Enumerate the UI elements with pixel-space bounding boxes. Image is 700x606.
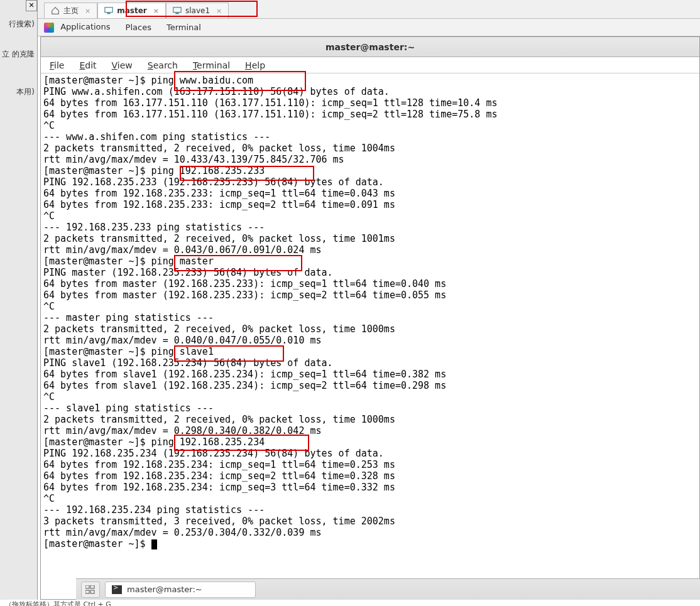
svg-rect-2 [173,8,181,13]
applications-icon [44,23,54,33]
menu-edit[interactable]: Edit [79,60,96,70]
left-sidebar-cropped: ✕ 行搜索) 立 的克隆 本用) [0,0,38,603]
menu-applications-label: Applications [60,22,110,31]
taskbar-terminal-entry[interactable]: master@master:~ [105,582,256,598]
tab-slave1[interactable]: slave1 × [166,3,229,18]
tab-master[interactable]: master × [97,3,166,18]
monitor-icon [173,6,182,15]
status-strip: （拖放标签移）其方式是 Ctrl + G [0,600,700,606]
menu-places[interactable]: Places [126,23,151,32]
tab-master-label: master [117,6,147,15]
svg-rect-6 [85,590,89,593]
svg-rect-4 [85,585,89,588]
terminal-body[interactable]: [master@master ~]$ ping www.baidu.com PI… [41,73,699,599]
close-icon[interactable]: ✕ [26,0,37,11]
menu-terminal[interactable]: Terminal [193,60,230,70]
tab-home[interactable]: 主页 × [44,3,97,18]
sidebar-text-2: 立 的克隆 [2,49,35,60]
svg-rect-7 [90,590,94,593]
menu-help[interactable]: Help [245,60,265,70]
close-icon[interactable]: × [85,7,90,15]
taskbar-terminal-label: master@master:~ [127,585,202,594]
terminal-title: master@master:~ [325,42,415,52]
menu-terminal[interactable]: Terminal [167,23,201,32]
terminal-window: master@master:~ File Edit View Search Te… [40,36,700,600]
menu-file[interactable]: File [50,60,64,70]
terminal-menu-bar: File Edit View Search Terminal Help [41,57,699,73]
close-icon[interactable]: × [216,7,222,15]
window-list-button[interactable] [81,582,100,598]
svg-rect-1 [107,13,111,14]
menu-applications[interactable]: Applications [44,22,111,33]
gnome-taskbar: master@master:~ [76,578,700,600]
home-icon [51,6,60,15]
svg-rect-5 [90,585,94,588]
menu-search[interactable]: Search [148,60,178,70]
tab-slave1-label: slave1 [185,6,210,15]
vm-tab-bar: 主页 × master × slave1 × [38,0,700,19]
svg-rect-0 [105,8,112,13]
svg-rect-3 [175,13,178,14]
menu-view[interactable]: View [112,60,133,70]
close-icon[interactable]: × [153,7,159,15]
sidebar-text-3: 本用) [16,87,35,97]
terminal-icon [112,585,122,594]
tab-home-label: 主页 [63,6,79,16]
sidebar-text-1: 行搜索) [9,19,35,30]
monitor-icon [104,6,113,15]
gnome-top-bar: Applications Places Terminal [38,19,700,36]
terminal-titlebar[interactable]: master@master:~ [41,37,699,57]
